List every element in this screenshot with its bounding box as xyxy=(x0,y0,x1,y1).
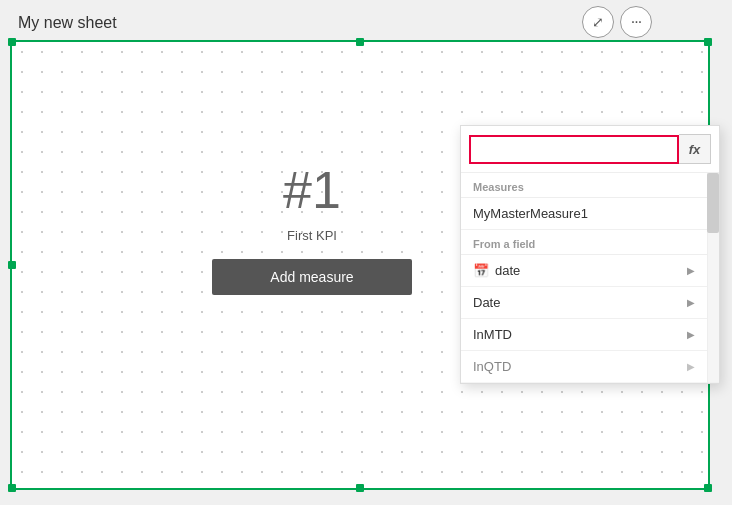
kpi-number: #1 xyxy=(283,160,341,220)
more-icon: ··· xyxy=(631,14,641,30)
dropdown-list: Measures MyMasterMeasure1 From a field 📅… xyxy=(461,173,719,383)
handle-top-left[interactable] xyxy=(8,38,16,46)
handle-middle-left[interactable] xyxy=(8,261,16,269)
kpi-label: First KPI xyxy=(287,228,337,243)
handle-bottom-right[interactable] xyxy=(704,484,712,492)
more-options-button[interactable]: ··· xyxy=(620,6,652,38)
handle-bottom-left[interactable] xyxy=(8,484,16,492)
chevron-right-icon: ▶ xyxy=(687,297,695,308)
handle-bottom-center[interactable] xyxy=(356,484,364,492)
date-field-icon: 📅 xyxy=(473,263,489,278)
add-measure-button[interactable]: Add measure xyxy=(212,259,412,295)
InMTD-field-label: InMTD xyxy=(473,327,512,342)
handle-top-right[interactable] xyxy=(704,38,712,46)
InQTD-field-label: InQTD xyxy=(473,359,511,374)
toolbar-buttons: ⤢ ··· xyxy=(582,6,652,38)
Date-field-label: Date xyxy=(473,295,500,310)
handle-top-center[interactable] xyxy=(356,38,364,46)
list-item[interactable]: MyMasterMeasure1 xyxy=(461,198,719,230)
fx-button[interactable]: fx xyxy=(679,134,711,164)
section-measures: Measures xyxy=(461,173,719,198)
expand-icon: ⤢ xyxy=(592,14,604,30)
search-row: fx xyxy=(461,126,719,173)
page-title: My new sheet xyxy=(18,14,117,32)
list-item[interactable]: Date ▶ xyxy=(461,287,719,319)
scroll-thumb xyxy=(707,173,719,233)
date-field-label: date xyxy=(495,263,520,278)
dropdown-panel: fx Measures MyMasterMeasure1 From a fiel… xyxy=(460,125,720,384)
list-item[interactable]: 📅 date ▶ xyxy=(461,255,719,287)
list-item[interactable]: InQTD ▶ xyxy=(461,351,719,383)
chevron-right-icon: ▶ xyxy=(687,329,695,340)
section-from-field: From a field xyxy=(461,230,719,255)
chevron-right-icon: ▶ xyxy=(687,361,695,372)
expand-button[interactable]: ⤢ xyxy=(582,6,614,38)
chevron-right-icon: ▶ xyxy=(687,265,695,276)
kpi-widget: #1 First KPI Add measure xyxy=(142,102,482,352)
search-input[interactable] xyxy=(469,135,679,164)
measure-item-label: MyMasterMeasure1 xyxy=(473,206,588,221)
list-item[interactable]: InMTD ▶ xyxy=(461,319,719,351)
